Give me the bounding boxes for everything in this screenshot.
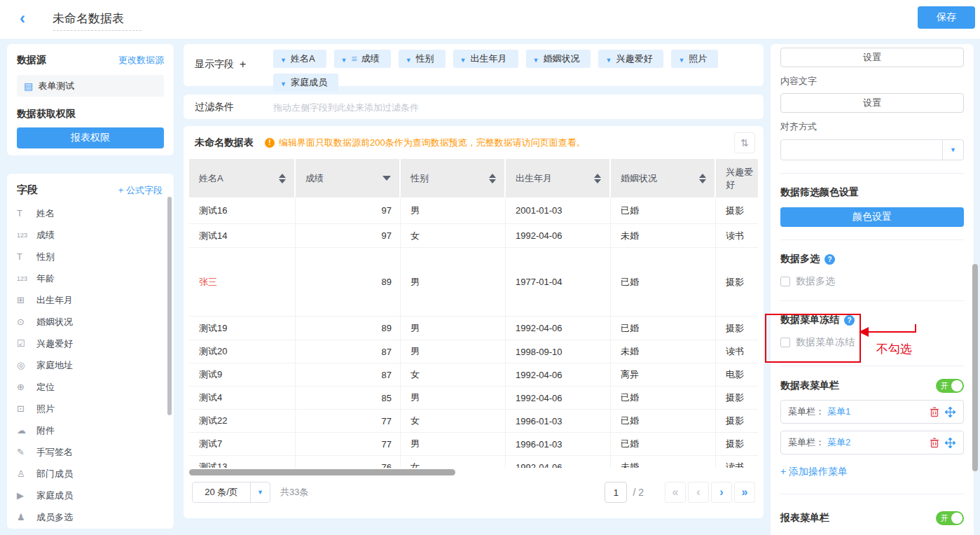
column-header[interactable]: 性别 bbox=[401, 159, 506, 197]
table-cell: 1998-09-10 bbox=[506, 340, 611, 363]
field-item-label: 出生年月 bbox=[36, 294, 73, 307]
field-item[interactable]: ◎家庭地址 bbox=[17, 354, 167, 376]
add-formula-field-link[interactable]: + 公式字段 bbox=[118, 184, 163, 197]
field-item-label: 成员多选 bbox=[36, 511, 73, 524]
field-item[interactable]: ⊙婚姻状况 bbox=[17, 311, 167, 333]
first-page-button[interactable]: « bbox=[665, 482, 686, 503]
display-field-chip[interactable]: 家庭成员 bbox=[273, 74, 338, 92]
content-text-label: 内容文字 bbox=[780, 75, 964, 88]
change-datasource-link[interactable]: 更改数据源 bbox=[118, 54, 164, 67]
table-cell: 89 bbox=[296, 317, 401, 340]
toggle-on-label: 开 bbox=[941, 513, 948, 523]
next-page-button[interactable]: › bbox=[711, 482, 732, 503]
help-icon[interactable]: ? bbox=[844, 315, 855, 326]
table-cell: 离异 bbox=[611, 363, 716, 386]
menu-bar-item: 菜单栏：菜单2 bbox=[780, 431, 964, 454]
column-header[interactable]: 兴趣爱好 bbox=[716, 159, 758, 197]
checkbox-unchecked[interactable] bbox=[780, 277, 790, 286]
person-icon: ♙ bbox=[17, 468, 34, 479]
table-header: 姓名A成绩性别出生年月婚姻状况兴趣爱好 bbox=[189, 159, 758, 197]
delete-icon[interactable] bbox=[928, 405, 941, 418]
column-header[interactable]: 婚姻状况 bbox=[611, 159, 716, 197]
display-field-chip[interactable]: 姓名A bbox=[273, 50, 326, 68]
menu-item-name-link[interactable]: 菜单1 bbox=[827, 405, 850, 418]
table-cell: 读书 bbox=[716, 456, 758, 468]
annotation-arrow-line bbox=[869, 331, 915, 333]
settings-panel: 设置 内容文字 设置 对齐方式 数据筛选颜色设置 颜色设置 数据多选 ? 数据多… bbox=[771, 44, 974, 535]
menu-freeze-option[interactable]: 数据菜单冻结 bbox=[780, 336, 964, 349]
table-menu-toggle[interactable]: 开 bbox=[936, 379, 964, 393]
move-icon[interactable] bbox=[944, 436, 956, 449]
align-select[interactable] bbox=[780, 139, 964, 160]
checkbox-unchecked[interactable] bbox=[780, 338, 790, 347]
last-page-button[interactable]: » bbox=[734, 482, 755, 503]
field-item[interactable]: ▶家庭成员 bbox=[17, 485, 167, 506]
filter-panel[interactable]: 过滤条件 拖动左侧字段到此处来添加过滤条件 bbox=[184, 95, 764, 119]
align-label: 对齐方式 bbox=[780, 120, 964, 133]
field-item[interactable]: ⊕定位 bbox=[17, 376, 167, 398]
field-item[interactable]: ✎手写签名 bbox=[17, 441, 167, 463]
display-field-chip[interactable]: 性别 bbox=[399, 50, 446, 68]
display-fields-panel: 显示字段 + 姓名A成绩性别出生年月婚姻状况兴趣爱好照片家庭成员 bbox=[184, 44, 764, 86]
checkbox-icon: ☑ bbox=[17, 338, 34, 349]
field-item[interactable]: 123年龄 bbox=[17, 268, 167, 289]
page-size-select[interactable]: 20 条/页 bbox=[192, 482, 270, 503]
table-row: 测试485男1992-04-06已婚摄影 bbox=[189, 387, 758, 410]
table-hscrollbar[interactable] bbox=[189, 469, 455, 475]
content-setting-button[interactable]: 设置 bbox=[780, 93, 964, 113]
column-header[interactable]: 成绩 bbox=[296, 159, 401, 197]
sort-order-button[interactable]: ⇅ bbox=[734, 132, 755, 153]
datasource-item[interactable]: ▤ 表单测试 bbox=[17, 75, 164, 97]
color-setting-button[interactable]: 颜色设置 bbox=[780, 207, 964, 227]
header-style-setting-button[interactable]: 设置 bbox=[780, 48, 964, 67]
field-item[interactable]: ⊞出生年月 bbox=[17, 289, 167, 311]
fields-title: 字段 bbox=[17, 183, 38, 197]
prev-page-button[interactable]: ‹ bbox=[688, 482, 709, 503]
menu-item-name-link[interactable]: 菜单2 bbox=[827, 436, 850, 449]
display-field-chip[interactable]: 兴趣爱好 bbox=[598, 50, 663, 68]
field-item-label: 部门成员 bbox=[36, 468, 73, 480]
page-number-input[interactable] bbox=[605, 482, 627, 503]
column-header[interactable]: 出生年月 bbox=[506, 159, 611, 197]
report-menu-toggle[interactable]: 开 bbox=[936, 511, 964, 525]
field-item[interactable]: ♟成员多选 bbox=[17, 506, 167, 528]
add-action-menu-link[interactable]: + 添加操作菜单 bbox=[780, 466, 848, 478]
table-cell: 87 bbox=[296, 340, 401, 363]
field-item-label: 兴趣爱好 bbox=[36, 338, 73, 350]
field-item-label: 附件 bbox=[36, 424, 55, 437]
subform-icon: ▶ bbox=[17, 490, 34, 501]
field-item[interactable]: ⊡照片 bbox=[17, 398, 167, 419]
table-menu-title: 数据表菜单栏 bbox=[780, 380, 839, 392]
field-item[interactable]: 123成绩 bbox=[17, 224, 167, 246]
multi-select-option[interactable]: 数据多选 bbox=[780, 275, 964, 288]
fields-scrollbar[interactable] bbox=[167, 197, 172, 415]
display-field-chip[interactable]: 成绩 bbox=[334, 50, 391, 68]
table-cell: 未婚 bbox=[611, 340, 716, 363]
delete-icon[interactable] bbox=[928, 436, 941, 449]
save-button[interactable]: 保存 bbox=[918, 6, 975, 29]
field-item[interactable]: T姓名 bbox=[17, 202, 167, 224]
column-header[interactable]: 姓名A bbox=[189, 159, 296, 197]
table-cell: 已婚 bbox=[611, 433, 716, 455]
display-field-chip[interactable]: 出生年月 bbox=[453, 50, 518, 68]
move-icon[interactable] bbox=[944, 405, 956, 418]
field-item[interactable]: ☑兴趣爱好 bbox=[17, 333, 167, 354]
field-item[interactable]: ♙部门成员 bbox=[17, 463, 167, 485]
field-item-label: 定位 bbox=[36, 381, 55, 394]
add-display-field-button[interactable]: + bbox=[240, 58, 246, 71]
table-cell: 测试9 bbox=[189, 363, 296, 386]
field-item[interactable]: ☁附件 bbox=[17, 419, 167, 441]
back-icon[interactable]: ‹ bbox=[20, 9, 25, 27]
people-icon: ♟ bbox=[17, 512, 34, 522]
table-panel: 未命名数据表 ! 编辑界面只取数据源前200条作为查询数据预览，完整数据请访问页… bbox=[184, 126, 764, 518]
filter-label: 过滤条件 bbox=[195, 101, 234, 113]
window-scrollbar[interactable] bbox=[972, 264, 978, 471]
field-item[interactable]: T性别 bbox=[17, 246, 167, 268]
chevron-down-icon bbox=[533, 54, 539, 64]
table-cell: 读书 bbox=[716, 340, 758, 363]
display-field-chip[interactable]: 照片 bbox=[671, 50, 718, 68]
display-field-chip[interactable]: 婚姻状况 bbox=[526, 50, 591, 68]
datasource-item-label: 表单测试 bbox=[38, 80, 74, 92]
help-icon[interactable]: ? bbox=[824, 254, 835, 265]
report-permission-button[interactable]: 报表权限 bbox=[17, 127, 164, 148]
